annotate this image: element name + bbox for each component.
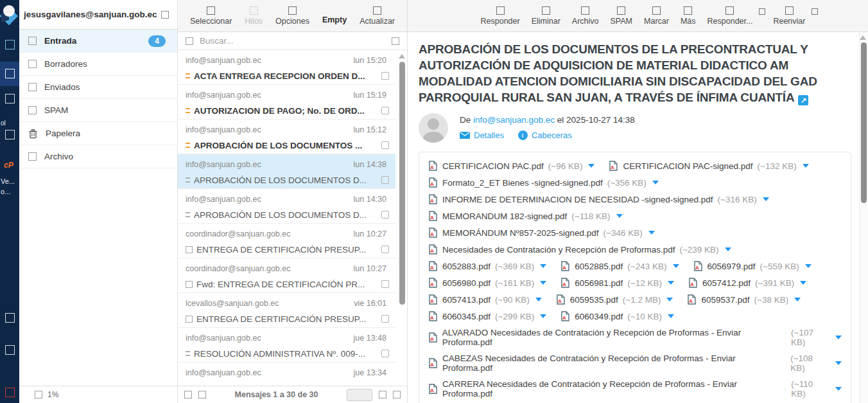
row-checkbox[interactable] [381,176,389,184]
row-checkbox[interactable] [381,141,389,149]
message-row[interactable]: info@sanjuan.gob.eclun 14:30 APROBACIÓN … [178,189,395,224]
attachment-menu-caret[interactable] [668,314,674,318]
row-checkbox[interactable] [381,246,389,253]
nav-item-6-icon[interactable] [5,345,15,355]
message-row-selected[interactable]: info@sanjuan.gob.eclun 14:38 APROBACIÓN … [178,154,395,189]
webmail-logo[interactable] [1,4,19,25]
attachment-menu-caret[interactable] [725,247,731,251]
attachment-chip[interactable]: 6057412.pdf(~391 KB) [688,278,806,288]
attachment-chip[interactable]: Necesidades de Contratación y Recepción … [428,244,731,255]
attachment-menu-caret[interactable] [835,387,842,391]
attachment-chip[interactable]: 6056979.pdf(~559 KB) [693,261,812,271]
message-row[interactable]: info@sanjuan.gob.eclun 15:20 ACTA ENTREG… [178,50,395,85]
nav-item-1-icon[interactable] [5,40,15,49]
attachment-chip[interactable]: 6056980.pdf(~161 KB) [428,278,546,288]
attachment-menu-caret[interactable] [540,281,546,285]
account-caret-icon[interactable] [161,11,169,19]
page-number-input[interactable] [347,389,372,401]
message-row[interactable]: coordinador@sanjuan.gob.eclun 10:27 ENTR… [178,224,395,258]
search-input[interactable] [200,36,385,46]
attachment-menu-caret[interactable] [535,298,542,301]
forward-caret-icon[interactable] [812,8,818,15]
sidebar-item-spam[interactable]: SPAM [19,99,177,122]
select-button[interactable]: Seleccionar [185,4,237,28]
attachment-menu-caret[interactable] [648,231,655,235]
attachment-chip[interactable]: MEMORANDUM 182-signed.pdf(~118 KB) [428,211,623,221]
message-row[interactable]: lcevallos@sanjuan.gob.ecvie 16:01 ENTREG… [178,293,395,328]
options-button[interactable]: Opciones [270,4,315,28]
row-checkbox[interactable] [381,72,389,80]
search-options-icon[interactable] [392,37,399,45]
attachment-menu-caret[interactable] [835,361,842,365]
mark-button[interactable]: Marcar [639,4,674,28]
attachment-chip[interactable]: 6056981.pdf(~12 KB) [560,278,674,288]
attachment-menu-caret[interactable] [616,214,623,218]
sidebar-item-papelera[interactable]: Papelera [19,122,177,145]
headers-link[interactable]: Cabeceras [518,130,572,140]
row-checkbox[interactable] [381,315,389,323]
list-scroll-up-arrow[interactable] [399,54,405,58]
details-link[interactable]: Detalles [460,130,504,140]
attachment-chip[interactable]: Formato_2_ET Bienes -signed-signed.pdf(~… [428,177,659,188]
footer-nav-next-icon[interactable] [379,391,386,399]
attachment-chip[interactable]: 6060349.pdf(~10 KB) [560,311,674,321]
reply-button[interactable]: Responder [476,4,525,28]
open-in-new-window-icon[interactable]: ↗ [798,95,808,105]
attachment-menu-caret[interactable] [540,264,546,268]
attachment-menu-caret[interactable] [805,264,812,268]
forward-button[interactable]: Reenviar [768,4,810,28]
attachment-chip[interactable]: INFORME DE DETERMINACION DE NECESIDAD -s… [428,194,769,204]
attachment-menu-caret[interactable] [763,197,769,201]
sidebar-item-enviados[interactable]: Enviados [19,76,177,99]
attachment-menu-caret[interactable] [588,164,595,168]
footer-nav-prev-icon[interactable] [198,391,206,399]
attachment-menu-caret[interactable] [803,164,809,168]
reading-scroll-up-arrow[interactable] [860,35,866,40]
footer-nav-first-icon[interactable] [184,391,192,399]
sidebar-item-borradores[interactable]: Borradores [19,53,177,76]
attachment-menu-caret[interactable] [835,336,842,339]
message-row[interactable]: coordinador@sanjuan.gob.eclun 10:27 Fwd:… [178,258,395,293]
attachment-menu-caret[interactable] [800,281,806,285]
more-button[interactable]: Más [675,4,701,28]
attachment-chip[interactable]: 6052885.pdf(~243 KB) [560,261,679,271]
message-row[interactable]: info@sanjuan.gob.ecjue 13:48 RESOLUCIÓN … [178,328,395,363]
row-checkbox[interactable] [381,107,389,114]
nav-item-4-icon[interactable] [5,130,15,139]
attachment-chip[interactable]: 6057413.pdf(~90 KB) [428,294,542,305]
attachment-chip[interactable]: 6059537.pdf(~38 KB) [687,294,801,305]
nav-logout-icon[interactable] [5,388,15,397]
nav-item-3-icon[interactable] [5,94,15,103]
attachment-menu-caret[interactable] [652,181,659,184]
message-row[interactable]: info@sanjuan.gob.eclun 15:19 AUTORIZACIO… [178,85,395,120]
nav-item-2-active[interactable] [0,62,19,86]
attachment-chip[interactable]: CERTIFICACION PAC.pdf(~96 KB) [428,161,595,171]
message-row[interactable]: info@sanjuan.gob.ecjue 13:34 [178,363,395,386]
sidebar-item-archivo[interactable]: Archivo [19,145,177,168]
row-checkbox[interactable] [381,280,389,288]
attachment-chip[interactable]: CABEZAS Necesidades de Contratación y Re… [428,354,842,373]
archive-button[interactable]: Archivo [567,4,604,28]
footer-nav-last-icon[interactable] [393,391,401,399]
sidebar-item-entrada[interactable]: Entrada 4 [19,30,177,53]
attachment-chip[interactable]: MEMORÁNDUM Nº857-2025-signed.pdf(~346 KB… [428,228,655,238]
attachment-chip[interactable]: 6052883.pdf(~369 KB) [428,261,546,271]
attachment-menu-caret[interactable] [666,298,673,301]
attachment-chip[interactable]: CERTIFICACION PAC-signed.pdf(~132 KB) [609,161,808,171]
attachment-chip[interactable]: CARRERA Necesidades de Contratación y Re… [428,379,842,399]
cpanel-logo[interactable]: cP [4,161,22,170]
sender-email-link[interactable]: info@sanjuan.gob.ec [473,115,555,125]
nav-item-5-icon[interactable] [5,313,15,323]
row-checkbox[interactable] [381,211,389,219]
empty-button[interactable]: Empty [317,4,352,27]
row-checkbox[interactable] [381,350,389,357]
list-scrollbar-thumb[interactable] [399,62,405,305]
attachment-chip[interactable]: 6060345.pdf(~299 KB) [428,311,546,321]
message-row[interactable]: info@sanjuan.gob.eclun 15:12 APROBACIÓN … [178,120,395,154]
reply-all-caret-icon[interactable] [759,8,765,15]
reply-all-button[interactable]: Responder... [702,4,758,28]
delete-button[interactable]: Eliminar [526,4,566,28]
attachment-menu-caret[interactable] [668,281,674,285]
reading-scrollbar-thumb[interactable] [861,42,867,203]
attachment-menu-caret[interactable] [794,298,801,301]
